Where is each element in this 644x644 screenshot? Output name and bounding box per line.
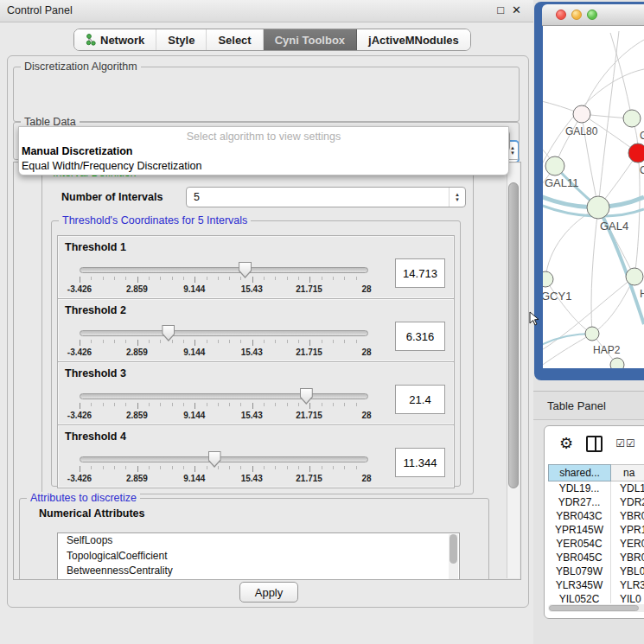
threshold-panel-2: Threshold 2-3.4262.8599.14415.4321.71528…: [57, 298, 455, 362]
cell-shared-name[interactable]: YDL19...: [548, 481, 611, 495]
slider-tick-labels: -3.4262.8599.14415.4321.71528: [80, 474, 367, 483]
network-edge[interactable]: [591, 207, 598, 334]
table-row[interactable]: YPR145WYPR1: [548, 523, 644, 537]
table-row[interactable]: YER054CYER0: [548, 537, 644, 551]
cell-shared-name[interactable]: YIL052C: [548, 592, 611, 603]
network-node[interactable]: [628, 143, 644, 163]
cell-shared-name[interactable]: YPR145W: [548, 523, 611, 537]
gear-icon[interactable]: ⚙: [559, 436, 573, 451]
close-traffic-light-icon[interactable]: [556, 10, 566, 20]
table-row[interactable]: YBR045CYBR0: [548, 551, 644, 564]
column-header-shared[interactable]: shared...: [548, 464, 611, 481]
cell-shared-name[interactable]: YER054C: [548, 537, 611, 551]
cell-shared-name[interactable]: YLR345W: [548, 578, 611, 592]
table-rows[interactable]: YDL19...YDL1YDR27...YDR2YBR043CYBR0YPR14…: [548, 481, 644, 603]
algorithm-option-equal-width[interactable]: Equal Width/Frequency Discretization: [22, 160, 201, 172]
tab-select[interactable]: Select: [207, 29, 263, 50]
tick-label: 9.144: [183, 411, 205, 420]
network-edge[interactable]: [592, 277, 634, 334]
cell-shared-name[interactable]: YDR27...: [548, 495, 611, 509]
tick-label: -3.426: [67, 284, 92, 294]
numerical-attributes-list[interactable]: SelfLoopsTopologicalCoefficientBetweenne…: [57, 532, 460, 580]
cell-shared-name[interactable]: YBR043C: [548, 509, 611, 523]
table-horizontal-scrollbar[interactable]: [548, 604, 644, 612]
network-edge[interactable]: [543, 277, 634, 353]
close-panel-icon[interactable]: ✕: [512, 3, 521, 16]
cell-name[interactable]: YPR1: [611, 523, 644, 537]
network-edge[interactable]: [545, 207, 598, 279]
apply-button[interactable]: Apply: [239, 582, 298, 603]
slider-track[interactable]: [80, 456, 368, 462]
table-row[interactable]: YDL19...YDL1: [548, 481, 644, 495]
table-row[interactable]: YBR043CYBR0: [548, 509, 644, 523]
cell-name[interactable]: YBR0: [611, 551, 644, 564]
cell-name[interactable]: YER0: [611, 537, 644, 551]
threshold-value-field[interactable]: 11.344: [395, 448, 445, 477]
network-node[interactable]: [573, 105, 590, 123]
table-row[interactable]: YLR345WYLR3: [548, 578, 644, 592]
network-node[interactable]: [623, 110, 641, 127]
cell-name[interactable]: YDL1: [611, 481, 644, 495]
network-node[interactable]: [626, 268, 643, 285]
network-edge[interactable]: [543, 334, 592, 368]
network-edge[interactable]: [543, 334, 592, 348]
cell-name[interactable]: YDR2: [611, 495, 644, 509]
network-edge[interactable]: [582, 40, 644, 114]
network-view-window[interactable]: GAL80GCGAL11GAL4GCY1HHAP2: [534, 2, 644, 380]
slider-tick-labels: -3.4262.8599.14415.4321.71528: [80, 284, 367, 294]
network-edge[interactable]: [545, 279, 592, 334]
tab-cyni-toolbox[interactable]: Cyni Toolbox: [264, 29, 357, 50]
cell-shared-name[interactable]: YBR045C: [548, 551, 611, 564]
tick-label: 2.859: [126, 411, 148, 420]
algorithm-option-manual[interactable]: Manual Discretization: [22, 145, 133, 157]
attribute-list-item[interactable]: TopologicalCoefficient: [58, 549, 459, 564]
network-graph[interactable]: GAL80GCGAL11GAL4GCY1HHAP2: [543, 26, 644, 368]
scrollbar-thumb[interactable]: [508, 182, 519, 488]
slider-track[interactable]: [80, 330, 368, 336]
network-window-titlebar[interactable]: [542, 4, 644, 26]
threshold-value-field[interactable]: 21.4: [395, 385, 445, 414]
slider-track[interactable]: [80, 267, 368, 273]
select-all-checkboxes-icon[interactable]: ☑☑: [615, 437, 636, 450]
tab-network[interactable]: Network: [74, 29, 156, 50]
network-node[interactable]: [585, 327, 599, 341]
control-panel-title: Control Panel: [7, 4, 73, 16]
tab-style[interactable]: Style: [156, 29, 207, 50]
network-node[interactable]: [587, 196, 609, 219]
num-intervals-combobox[interactable]: 5 ▲▼: [186, 187, 466, 207]
slider-track[interactable]: [80, 393, 368, 399]
tab-jactivemnodules[interactable]: jActiveMNodules: [357, 29, 470, 50]
threshold-value-field[interactable]: 6.316: [395, 322, 445, 351]
network-node[interactable]: [545, 156, 564, 175]
column-header-name[interactable]: na: [611, 464, 644, 481]
network-node[interactable]: [543, 271, 553, 287]
node-label: GAL4: [600, 220, 628, 233]
algorithm-prompt-option[interactable]: Select algorithm to view settings: [19, 131, 508, 143]
threshold-value-field[interactable]: 14.713: [395, 258, 445, 288]
attribute-list-item[interactable]: SelfLoops: [58, 533, 459, 549]
attributes-list-scrollbar[interactable]: [449, 534, 458, 579]
table-row[interactable]: YIL052CYIL0: [548, 592, 644, 603]
node-label: C: [640, 164, 644, 176]
attribute-list-item[interactable]: BetweennessCentrality: [58, 564, 459, 579]
cell-name[interactable]: YIL0: [611, 592, 644, 603]
cell-name[interactable]: YBL0: [611, 564, 644, 578]
network-edge[interactable]: [598, 31, 619, 207]
scrollbar-thumb[interactable]: [549, 605, 639, 611]
cell-shared-name[interactable]: YBL079W: [548, 564, 611, 578]
network-node[interactable]: [610, 358, 624, 368]
minimize-traffic-light-icon[interactable]: [571, 10, 582, 20]
tab-style-label: Style: [168, 34, 194, 47]
columns-icon[interactable]: [586, 436, 603, 452]
float-window-icon[interactable]: □: [497, 3, 504, 16]
algorithm-group-title: Discretization Algorithm: [21, 61, 141, 73]
zoom-traffic-light-icon[interactable]: [587, 10, 597, 20]
slider-ticks: [80, 466, 367, 472]
slider-ticks: [80, 403, 367, 409]
network-canvas[interactable]: GAL80GCGAL11GAL4GCY1HHAP2: [543, 26, 644, 368]
settings-vertical-scrollbar[interactable]: [507, 163, 520, 578]
table-row[interactable]: YBL079WYBL0: [548, 564, 644, 578]
table-row[interactable]: YDR27...YDR2: [548, 495, 644, 509]
cell-name[interactable]: YLR3: [611, 578, 644, 592]
cell-name[interactable]: YBR0: [611, 509, 644, 523]
